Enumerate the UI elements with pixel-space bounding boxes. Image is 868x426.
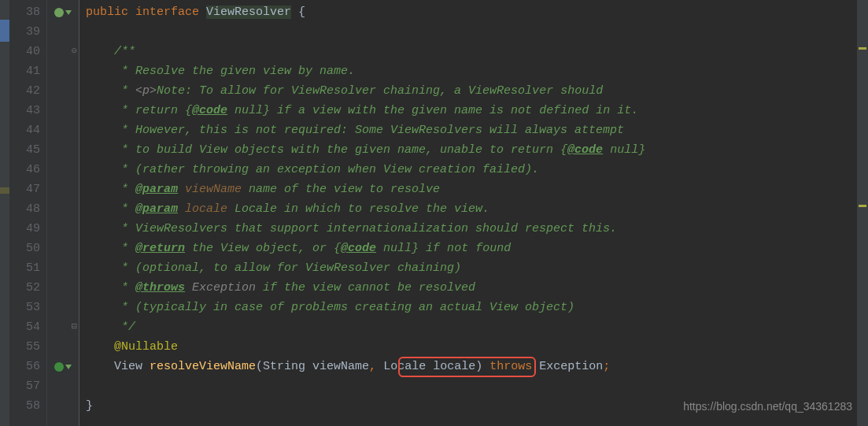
line-number[interactable]: 50 — [9, 239, 40, 258]
line-number[interactable]: 38 — [9, 2, 40, 22]
scrollbar-track[interactable] — [857, 0, 868, 426]
code-line: * to build View objects with the given n… — [86, 140, 868, 160]
line-number[interactable]: 45 — [9, 140, 40, 160]
line-number[interactable]: 51 — [9, 258, 40, 278]
code-line — [86, 376, 868, 396]
code-line: */ — [86, 317, 868, 337]
gutter-icon-strip: ⊖ ⊟ — [47, 0, 79, 426]
left-margin-strip — [0, 0, 9, 426]
scrollbar-warning-marker[interactable] — [859, 205, 866, 207]
code-line: * return {@code null} if a view with the… — [86, 101, 868, 120]
code-line: * @param locale Locale in which to resol… — [86, 199, 868, 219]
line-number[interactable]: 49 — [9, 219, 40, 239]
line-number[interactable]: 39 — [9, 22, 40, 42]
code-line: * (optional, to allow for ViewResolver c… — [86, 258, 868, 278]
line-number[interactable]: 42 — [9, 81, 40, 101]
line-number[interactable]: 41 — [9, 61, 40, 81]
line-number[interactable]: 48 — [9, 199, 40, 219]
code-line: View resolveViewName(String viewName, Lo… — [86, 357, 868, 376]
line-number[interactable]: 40 — [9, 42, 40, 61]
line-number[interactable]: 55 — [9, 337, 40, 357]
gutter-icon-override[interactable] — [47, 357, 79, 376]
code-line: * @return the View object, or {@code nul… — [86, 239, 868, 258]
code-line: @Nullable — [86, 337, 868, 357]
fold-end-icon[interactable]: ⊟ — [72, 317, 77, 337]
code-line: public interface ViewResolver { — [86, 2, 868, 22]
line-number[interactable]: 47 — [9, 180, 40, 199]
editor-container: 38 39 40 41 42 43 44 45 46 47 48 49 50 5… — [0, 0, 868, 426]
code-line: * (rather throwing an exception when Vie… — [86, 160, 868, 180]
code-line: * (typically in case of problems creatin… — [86, 298, 868, 317]
implemented-icon — [65, 365, 72, 369]
line-number[interactable]: 56 — [9, 357, 40, 376]
left-marker — [0, 20, 9, 42]
code-line: * ViewResolvers that support internation… — [86, 219, 868, 239]
gutter-icon-implements[interactable] — [47, 2, 79, 22]
code-line: * @param viewName name of the view to re… — [86, 180, 868, 199]
code-line: * @throws Exception if the view cannot b… — [86, 278, 868, 298]
scrollbar-warning-marker[interactable] — [859, 47, 866, 50]
interface-icon — [54, 8, 64, 17]
code-line: /** — [86, 42, 868, 61]
line-number[interactable]: 44 — [9, 120, 40, 140]
code-line: * However, this is not required: Some Vi… — [86, 120, 868, 140]
line-number[interactable]: 57 — [9, 376, 40, 396]
line-number[interactable]: 58 — [9, 396, 40, 416]
left-marker-2 — [0, 187, 9, 194]
watermark-text: https://blog.csdn.net/qq_34361283 — [683, 397, 852, 417]
code-line — [86, 22, 868, 42]
line-number[interactable]: 52 — [9, 278, 40, 298]
code-editor-area[interactable]: public interface ViewResolver { /** * Re… — [79, 0, 868, 426]
line-number-gutter: 38 39 40 41 42 43 44 45 46 47 48 49 50 5… — [9, 0, 47, 426]
code-line: * Resolve the given view by name. — [86, 61, 868, 81]
code-line: * <p>Note: To allow for ViewResolver cha… — [86, 81, 868, 101]
line-number[interactable]: 43 — [9, 101, 40, 120]
line-number[interactable]: 46 — [9, 160, 40, 180]
line-number[interactable]: 54 — [9, 317, 40, 337]
line-number[interactable]: 53 — [9, 298, 40, 317]
implemented-icon — [65, 10, 72, 15]
fold-minus-icon[interactable]: ⊖ — [72, 42, 77, 61]
override-icon — [54, 362, 64, 372]
